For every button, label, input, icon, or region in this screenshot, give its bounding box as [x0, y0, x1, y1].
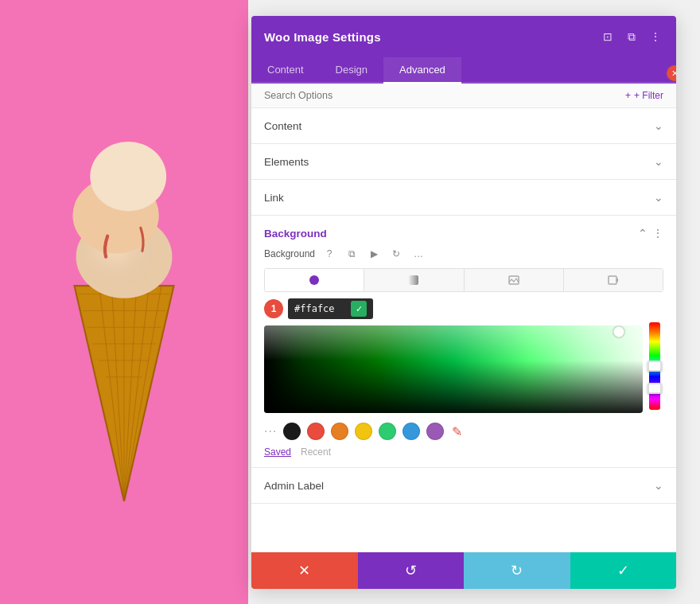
swatch-black[interactable]: [283, 423, 301, 440]
search-input[interactable]: [264, 90, 625, 101]
swatch-green[interactable]: [379, 423, 396, 440]
admin-label-chevron-icon: ⌄: [654, 479, 663, 492]
panel-body: + + Filter Content ⌄ Elements ⌄ Link ⌄: [251, 84, 676, 552]
bg-type-tabs: [264, 268, 663, 292]
background-section-title: Background: [264, 228, 327, 240]
content-accordion-header[interactable]: Content ⌄: [251, 108, 676, 143]
svg-rect-18: [409, 275, 418, 285]
panel-header: Woo Image Settings ⊡ ⧉ ⋮: [251, 16, 676, 57]
elements-accordion-header[interactable]: Elements ⌄: [251, 144, 676, 179]
hue-handle-bottom[interactable]: [648, 383, 662, 394]
filter-label: + Filter: [634, 90, 663, 101]
content-chevron-icon: ⌄: [654, 119, 663, 132]
settings-icon[interactable]: …: [410, 246, 426, 262]
color-fill-icon: [308, 274, 321, 286]
tab-design[interactable]: Design: [320, 57, 383, 84]
content-section-title: Content: [264, 120, 301, 132]
bg-type-image[interactable]: [465, 269, 564, 291]
link-section: Link ⌄: [251, 180, 676, 216]
split-icon[interactable]: ⧉: [624, 29, 640, 45]
color-picker-area: 1 ✓: [264, 298, 663, 413]
swatch-blue[interactable]: [402, 423, 420, 440]
link-chevron-icon: ⌄: [654, 191, 663, 204]
svg-point-16: [90, 141, 166, 211]
bg-type-gradient[interactable]: [364, 269, 464, 291]
tab-advanced[interactable]: Advanced: [383, 57, 461, 84]
resize-icon[interactable]: ⊡: [600, 29, 616, 45]
redo-button[interactable]: ↻: [464, 552, 570, 589]
background-image-area: [0, 0, 248, 604]
hue-slider-wrap: [649, 322, 663, 413]
swatch-red[interactable]: [307, 423, 325, 440]
background-controls-row: Background ? ⧉ ▶ ↻ …: [251, 246, 676, 268]
help-icon[interactable]: ?: [321, 246, 337, 262]
elements-chevron-icon: ⌄: [654, 155, 663, 168]
save-button[interactable]: ✓: [570, 552, 677, 589]
more-swatches-icon[interactable]: ···: [264, 424, 277, 438]
background-more-icon[interactable]: ⋮: [652, 227, 663, 240]
gradient-canvas-wrap: [264, 322, 643, 413]
panel-title: Woo Image Settings: [264, 30, 381, 44]
panel-tabs: Content Design Advanced: [251, 57, 676, 84]
link-accordion-header[interactable]: Link ⌄: [251, 180, 676, 215]
filter-icon: +: [625, 90, 631, 101]
swatch-yellow[interactable]: [355, 423, 372, 440]
elements-section: Elements ⌄: [251, 144, 676, 180]
filter-button[interactable]: + + Filter: [625, 90, 663, 101]
background-header: Background ⌃ ⋮: [251, 216, 676, 246]
hue-handle-top[interactable]: [648, 360, 662, 372]
hex-input-wrap: ✓: [288, 298, 373, 319]
content-section: Content ⌄: [251, 108, 676, 144]
bg-type-video[interactable]: [564, 269, 663, 291]
header-icons: ⊡ ⧉ ⋮: [600, 29, 663, 45]
svg-point-17: [309, 275, 319, 285]
background-section: Background ⌃ ⋮ Background ? ⧉ ▶ ↻ …: [251, 216, 676, 468]
color-cursor[interactable]: [614, 327, 624, 337]
admin-label-accordion-header[interactable]: Admin Label ⌄: [251, 468, 676, 503]
swatch-purple[interactable]: [426, 423, 444, 440]
undo-button[interactable]: ↺: [358, 552, 465, 589]
video-icon: [607, 274, 620, 286]
hex-confirm-button[interactable]: ✓: [351, 301, 367, 317]
color-hex-row: 1 ✓: [264, 298, 663, 319]
tab-content[interactable]: Content: [251, 57, 320, 84]
picker-wrapper: [264, 322, 663, 413]
image-icon: [508, 274, 520, 286]
saved-tab[interactable]: Saved: [264, 446, 291, 458]
cancel-button[interactable]: ✕: [251, 552, 358, 589]
search-bar: + + Filter: [251, 84, 676, 108]
background-header-right: ⌃ ⋮: [638, 227, 663, 240]
hex-input[interactable]: [294, 303, 346, 314]
swatch-orange[interactable]: [331, 423, 348, 440]
elements-section-title: Elements: [264, 156, 309, 168]
settings-panel: Woo Image Settings ⊡ ⧉ ⋮ Content Design …: [251, 16, 676, 589]
hue-slider-track[interactable]: [649, 322, 660, 410]
gradient-canvas[interactable]: [264, 325, 643, 413]
cursor-icon[interactable]: ▶: [366, 246, 382, 262]
admin-label-section: Admin Label ⌄: [251, 468, 676, 504]
edit-swatch-icon[interactable]: ✎: [452, 424, 462, 439]
admin-label-title: Admin Label: [264, 480, 324, 492]
gradient-icon: [407, 274, 420, 286]
undo-icon[interactable]: ↻: [388, 246, 404, 262]
more-icon[interactable]: ⋮: [648, 29, 663, 45]
recent-tab[interactable]: Recent: [301, 446, 331, 458]
bg-type-color[interactable]: [265, 269, 364, 291]
copy-icon[interactable]: ⧉: [344, 246, 360, 262]
swatches-tabs: Saved Recent: [264, 446, 663, 458]
svg-rect-20: [609, 276, 616, 284]
background-collapse-icon[interactable]: ⌃: [638, 227, 648, 240]
swatches-row: ··· ✎: [264, 423, 663, 440]
step-badge: 1: [264, 299, 283, 318]
panel-footer: ✕ ↺ ↻ ✓: [251, 552, 676, 589]
background-label: Background: [264, 248, 315, 259]
link-section-title: Link: [264, 192, 284, 204]
